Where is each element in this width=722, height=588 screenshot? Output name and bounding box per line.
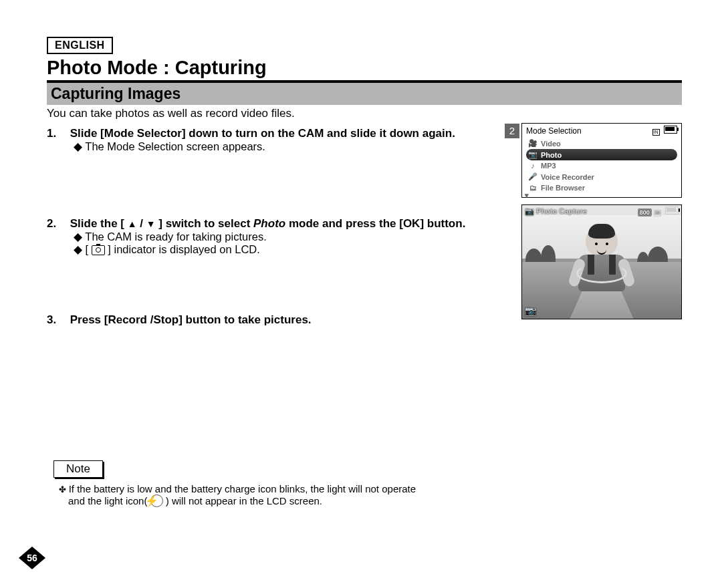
step-sub: The CAM is ready for taking pictures. bbox=[74, 231, 515, 243]
note-line1: If the battery is low and the battery ch… bbox=[69, 483, 416, 494]
step-text-d: mode and press the [OK] button. bbox=[285, 217, 465, 230]
illustration-column: 2 Mode Selection IN 🎥Video 📷Photo ♪MP3 🎤… bbox=[521, 123, 682, 507]
mode-selection-screen: 2 Mode Selection IN 🎥Video 📷Photo ♪MP3 🎤… bbox=[521, 123, 682, 198]
step-sub: [ ] indicator is displayed on LCD. bbox=[74, 243, 515, 256]
screen-step-badge: 2 bbox=[505, 124, 519, 138]
mode-item-browser: 🗂File Browser bbox=[526, 182, 677, 193]
mode-item-voice: 🎤Voice Recorder bbox=[526, 171, 677, 182]
mode-label: File Browser bbox=[541, 184, 585, 192]
step-text-c: ] switch to select bbox=[156, 217, 253, 230]
step-text: Press [Record /Stop] button to take pict… bbox=[70, 313, 312, 326]
note-line2b: ) will not appear in the LCD screen. bbox=[163, 495, 322, 506]
down-triangle-icon: ▼ bbox=[146, 218, 156, 229]
screen-title: Mode Selection bbox=[526, 126, 582, 136]
folder-icon: 🗂 bbox=[528, 184, 537, 192]
up-triangle-icon: ▲ bbox=[128, 218, 137, 229]
mode-label: Photo bbox=[541, 151, 562, 159]
card-icon: IN bbox=[654, 210, 661, 216]
note-section: Note If the battery is low and the batte… bbox=[47, 460, 515, 507]
mode-label: Video bbox=[541, 140, 561, 148]
step-sub: The Mode Selection screen appears. bbox=[74, 140, 515, 153]
mode-item-photo: 📷Photo bbox=[526, 149, 677, 160]
step-number: 3. bbox=[47, 313, 67, 327]
mode-item-video: 🎥Video bbox=[526, 138, 677, 149]
camera-icon: 📷 bbox=[525, 305, 536, 316]
mode-label: Voice Recorder bbox=[541, 173, 594, 181]
intro-text: You can take photos as well as record vi… bbox=[47, 107, 682, 120]
section-subtitle: Capturing Images bbox=[47, 80, 682, 105]
note-item: If the battery is low and the battery ch… bbox=[59, 483, 515, 507]
step-1: 1. Slide [Mode Selector] down to turn on… bbox=[47, 127, 515, 153]
battery-icon bbox=[664, 126, 677, 134]
camera-icon: 📷 bbox=[528, 150, 537, 159]
video-icon: 🎥 bbox=[528, 139, 537, 148]
camera-icon bbox=[92, 245, 105, 255]
step-text-a: Slide the [ bbox=[70, 217, 128, 230]
camera-icon: 📷 bbox=[525, 207, 534, 215]
note-label: Note bbox=[53, 460, 103, 478]
step-2: 2. Slide the [ ▲ / ▼ ] switch to select … bbox=[47, 217, 515, 256]
page-title: Photo Mode : Capturing bbox=[47, 57, 682, 79]
chevron-down-icon: ▾ bbox=[525, 191, 529, 200]
photo-capture-screen: 📷 Photo Capture 800 IN 📷 bbox=[521, 204, 682, 319]
step-text: Slide [Mode Selector] down to turn on th… bbox=[70, 127, 455, 140]
step-number: 1. bbox=[47, 127, 67, 140]
mode-item-mp3: ♪MP3 bbox=[526, 160, 677, 171]
step-3: 3. Press [Record /Stop] button to take p… bbox=[47, 313, 515, 327]
mic-icon: 🎤 bbox=[528, 172, 537, 181]
music-icon: ♪ bbox=[528, 162, 537, 170]
step-text-b: / bbox=[137, 217, 146, 230]
mode-label: MP3 bbox=[541, 162, 556, 170]
language-label: ENGLISH bbox=[47, 37, 113, 54]
boy-illustration bbox=[572, 225, 632, 291]
step-text-em: Photo bbox=[253, 217, 285, 230]
flash-icon: ⚡ bbox=[150, 494, 163, 507]
step-number: 2. bbox=[47, 217, 67, 231]
note-line2a: and the light icon( bbox=[68, 495, 150, 506]
steps-column: 1. Slide [Mode Selector] down to turn on… bbox=[47, 123, 521, 507]
card-icon: IN bbox=[652, 129, 660, 136]
resolution-badge: 800 bbox=[638, 208, 652, 216]
battery-icon bbox=[665, 206, 679, 214]
capture-title: Photo Capture bbox=[536, 207, 587, 215]
